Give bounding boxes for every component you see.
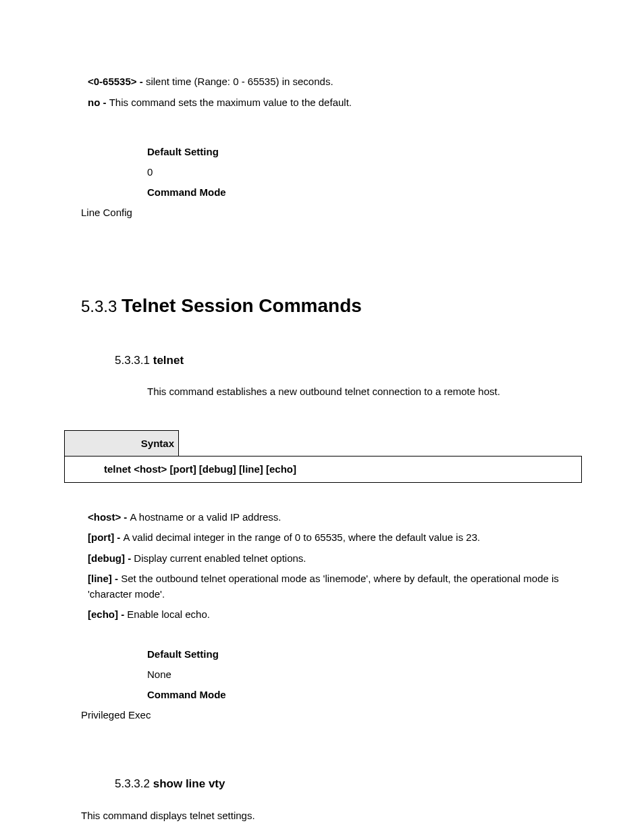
param-host-label: <host> - — [88, 511, 130, 523]
subsection-vty-number: 5.3.3.2 — [115, 777, 153, 790]
section-number: 5.3.3 — [81, 297, 122, 315]
param-debug: [debug] - Display current enabled telnet… — [88, 551, 579, 567]
subsection-telnet-name: telnet — [153, 354, 184, 367]
param-echo-label: [echo] - — [88, 608, 127, 620]
param-port-text: A valid decimal integer in the range of … — [123, 531, 480, 543]
param-port-label: [port] - — [88, 531, 123, 543]
param-no-text: This command sets the maximum value to t… — [109, 97, 352, 108]
mid-params-block: <host> - A hostname or a valid IP addres… — [81, 510, 579, 623]
param-echo-text: Enable local echo. — [127, 608, 210, 620]
top-settings-block: Default Setting 0 Command Mode — [147, 144, 579, 201]
param-echo: [echo] - Enable local echo. — [88, 607, 579, 623]
mid-default-setting-label: Default Setting — [147, 646, 579, 662]
param-line: [line] - Set the outbound telnet operati… — [88, 571, 579, 602]
mid-settings-block: Default Setting None Command Mode — [147, 646, 579, 703]
param-no-label: no - — [88, 97, 109, 108]
syntax-box: Syntax telnet <host> [port] [debug] [lin… — [64, 430, 582, 483]
subsection-telnet: 5.3.3.1 telnet — [115, 354, 579, 367]
param-range-label: <0-65535> - — [88, 76, 146, 87]
command-mode-value: Line Config — [81, 205, 579, 221]
subsection-vty-name: show line vty — [153, 777, 225, 790]
param-host-text: A hostname or a valid IP address. — [130, 511, 281, 523]
command-mode-label: Command Mode — [147, 184, 579, 201]
param-port: [port] - A valid decimal integer in the … — [88, 530, 579, 546]
mid-command-mode-label: Command Mode — [147, 687, 579, 703]
param-debug-label: [debug] - — [88, 552, 134, 564]
default-setting-label: Default Setting — [147, 144, 579, 160]
param-debug-text: Display current enabled telnet options. — [134, 552, 306, 564]
syntax-label: Syntax — [141, 438, 174, 449]
subsection-show-line-vty: 5.3.3.2 show line vty — [115, 777, 579, 791]
param-line-label: [line] - — [88, 573, 121, 584]
param-range: <0-65535> - silent time (Range: 0 - 6553… — [88, 74, 579, 90]
param-line-text: Set the outbound telnet operational mode… — [88, 573, 559, 600]
subsection-telnet-number: 5.3.3.1 — [115, 354, 153, 367]
param-host: <host> - A hostname or a valid IP addres… — [88, 510, 579, 525]
default-setting-value: 0 — [147, 164, 579, 180]
syntax-label-cell: Syntax — [64, 430, 179, 456]
mid-command-mode-value: Privileged Exec — [81, 707, 579, 723]
vty-description: This command displays telnet settings. — [81, 808, 579, 824]
section-title-text: Telnet Session Commands — [122, 295, 362, 316]
syntax-command: telnet <host> [port] [debug] [line] [ech… — [104, 463, 296, 475]
syntax-command-cell: telnet <host> [port] [debug] [line] [ech… — [64, 456, 582, 483]
telnet-description: This command establishes a new outbound … — [147, 384, 579, 400]
mid-default-setting-value: None — [147, 667, 579, 683]
param-no: no - This command sets the maximum value… — [88, 95, 579, 111]
param-range-text: silent time (Range: 0 - 65535) in second… — [146, 76, 333, 87]
section-heading: 5.3.3 Telnet Session Commands — [81, 295, 579, 317]
